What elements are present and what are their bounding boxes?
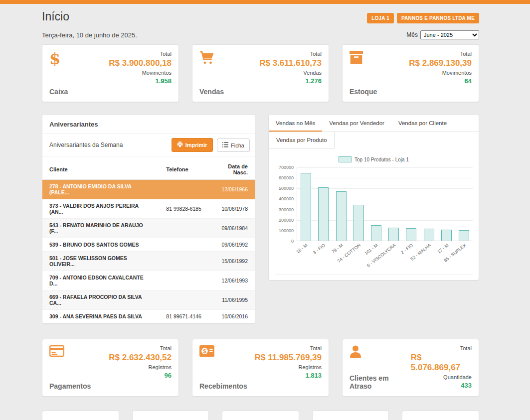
birthdays-subrow: Aniversariantes da Semana Imprimir <box>42 134 255 156</box>
subtab-vendas-por-produto[interactable]: Vendas por Produto <box>269 132 335 148</box>
y-tick-label: 0 <box>291 239 294 244</box>
company-button[interactable]: PANNOS E PANNOS LTDA ME <box>397 13 479 23</box>
x-label: 16 - M <box>297 241 314 269</box>
cell-cliente: 309 - ANA SEVERINA PAES DA SILVA <box>42 310 159 323</box>
cell-telefone <box>159 180 214 199</box>
stat-card-right: Total R$ 11.985.769,39 Registros 1.813 <box>255 345 322 390</box>
chart-footer-divider <box>275 274 473 280</box>
total-label: Total <box>460 51 472 57</box>
count-value: 1.813 <box>305 372 322 379</box>
total-label: Total <box>310 345 322 351</box>
current-date-text: Terça-feira, 10 de junho de 2025. <box>42 31 137 39</box>
stat-card-right: Total R$ 5.076.869,67 Quantidade 433 <box>411 345 472 390</box>
bar-74 - COTTON <box>353 205 364 241</box>
total-value: R$ 3.900.800,18 <box>109 58 172 68</box>
bar-slot <box>385 228 402 241</box>
table-row[interactable]: 278 - ANTONIO EMIDIO DA SILVA (PALE... 1… <box>42 180 255 199</box>
stat-card-left: $ Caixa <box>49 51 68 96</box>
credit-card-icon <box>49 345 91 358</box>
chart-x-labels: 16 - M3 - FIO79 - M74 - COTTON101 - M6 -… <box>297 241 473 269</box>
y-tick-label: 200000 <box>279 218 294 223</box>
cell-cliente: 539 - BRUNO DOS SANTOS GOMES <box>42 238 159 252</box>
bar-16 - M <box>301 173 311 241</box>
tab-vendas-por-vendedor[interactable]: Vendas por Vendedor <box>322 115 391 132</box>
tab-vendas-no-mes[interactable]: Vendas no Mês <box>269 115 322 132</box>
table-row[interactable]: 501 - JOSE WELISSON GOMES OLIVEIR... 15/… <box>42 252 255 271</box>
bar-slot <box>402 228 420 241</box>
printer-icon <box>177 141 183 148</box>
dashboard: Início LOJA 1 PANNOS E PANNOS LTDA ME Te… <box>42 4 479 420</box>
birthdays-actions: Imprimir Ficha <box>172 138 250 152</box>
bars-container <box>297 167 473 241</box>
cell-cliente: 543 - RENATO MARINHO DE ARAUJO (F... <box>42 219 159 238</box>
cell-telefone: 81 99828-6185 <box>159 199 214 219</box>
stat-card-right: Total R$ 3.611.610,73 Vendas 1.276 <box>259 51 322 96</box>
table-row[interactable]: 373 - VALDIR DOS ANJOS PEREIRA (AN... 81… <box>42 199 255 219</box>
header-buttons: LOJA 1 PANNOS E PANNOS LTDA ME <box>367 13 479 23</box>
stat-card-left: Clientes em Atraso <box>350 345 411 390</box>
month-select[interactable]: June - 2025 <box>420 30 479 39</box>
middle-row: Aniversariantes Aniversariantes da Seman… <box>42 114 479 324</box>
y-tick-label: 600000 <box>279 175 294 180</box>
tab-vendas-por-cliente[interactable]: Vendas por Cliente <box>391 115 454 132</box>
stat-card-title: Pagamentos <box>49 382 91 390</box>
bar-6 - VISCOLYCRA <box>388 228 399 241</box>
table-row[interactable]: 709 - ANTONIO EDSON CAVALCANTE D... 12/0… <box>42 271 255 290</box>
table-row[interactable]: 539 - BRUNO DOS SANTOS GOMES 09/06/1992 <box>42 238 255 252</box>
cell-nasc: 11/06/1995 <box>214 290 255 310</box>
cart-icon <box>199 51 224 66</box>
col-cliente: Cliente <box>42 159 159 180</box>
birthdays-panel: Aniversariantes Aniversariantes da Seman… <box>42 114 255 324</box>
bottom-stat-cards: Pagamentos Total R$ 2.632.430,52 Registr… <box>42 339 479 397</box>
sales-panel: Vendas no Mês Vendas por Vendedor Vendas… <box>268 114 479 280</box>
table-row[interactable]: 309 - ANA SEVERINA PAES DA SILVA 81 9967… <box>42 310 255 323</box>
x-label: 6 - VISCOLYCRA <box>384 241 402 269</box>
stat-card-caixa: $ Caixa Total R$ 3.900.800,18 Movimentos… <box>42 44 179 102</box>
print-button[interactable]: Imprimir <box>172 138 213 152</box>
table-row[interactable]: 543 - RENATO MARINHO DE ARAUJO (F... 09/… <box>42 219 255 238</box>
cell-cliente: 709 - ANTONIO EDSON CAVALCANTE D... <box>42 271 159 290</box>
cell-telefone: 81 99671-4146 <box>159 310 214 323</box>
list-icon <box>222 142 228 148</box>
birthdays-subtitle: Aniversariantes da Semana <box>49 141 123 148</box>
count-label: Registros <box>299 364 322 370</box>
birthdays-table: Cliente Telefone Data de Nasc. 278 - ANT… <box>42 159 255 323</box>
stat-card-recebimentos: $ Recebimentos Total R$ 11.985.769,39 Re… <box>192 339 329 397</box>
stat-card-title: Estoque <box>350 88 377 96</box>
cell-cliente: 669 - RAFAELA PROCOPIO DA SILVA CA... <box>42 290 159 310</box>
count-value: 96 <box>165 372 172 379</box>
bar-85 - SUPLEX <box>459 230 469 241</box>
total-label: Total <box>160 345 172 351</box>
table-row[interactable]: 669 - RAFAELA PROCOPIO DA SILVA CA... 11… <box>42 290 255 310</box>
stat-card-left: Pagamentos <box>49 345 91 390</box>
stat-card-pagamentos: Pagamentos Total R$ 2.632.430,52 Registr… <box>42 339 179 397</box>
chart-legend: Top 10 Produtos - Loja 1 <box>275 156 473 162</box>
stat-card-left: $ Recebimentos <box>199 345 247 390</box>
store-button[interactable]: LOJA 1 <box>367 13 394 23</box>
table-header-row: Cliente Telefone Data de Nasc. <box>42 159 255 180</box>
mini-cards-row: Clientes 1.911 Produtos 360 <box>42 411 479 420</box>
bar-79 - M <box>336 191 347 241</box>
cell-telefone <box>159 252 214 271</box>
y-tick-label: 500000 <box>279 186 294 191</box>
total-value: R$ 3.611.610,73 <box>259 58 322 68</box>
bar-3 - FIO <box>318 187 329 241</box>
cell-nasc: 10/06/1978 <box>214 199 255 219</box>
ficha-button[interactable]: Ficha <box>217 139 250 152</box>
mini-card-produtos: Produtos 360 <box>132 411 209 420</box>
bar-slot <box>455 230 473 241</box>
page-title: Início <box>42 10 69 23</box>
birthdays-title: Aniversariantes <box>42 115 255 134</box>
bar-slot <box>315 187 332 241</box>
mini-card-usuarios: Usuários 22 <box>312 411 389 420</box>
ficha-button-label: Ficha <box>231 142 244 148</box>
bar-slot <box>367 225 385 241</box>
stat-card-right: Total R$ 2.632.430,52 Registros 96 <box>109 345 172 390</box>
total-label: Total <box>160 51 172 57</box>
total-label: Total <box>310 51 322 57</box>
legend-label: Top 10 Produtos - Loja 1 <box>354 157 409 162</box>
count-value: 1.276 <box>305 77 322 85</box>
cell-nasc: 10/06/2016 <box>214 310 255 323</box>
month-filter: Mês June - 2025 <box>406 30 479 39</box>
sales-tabs: Vendas no Mês Vendas por Vendedor Vendas… <box>269 115 479 132</box>
